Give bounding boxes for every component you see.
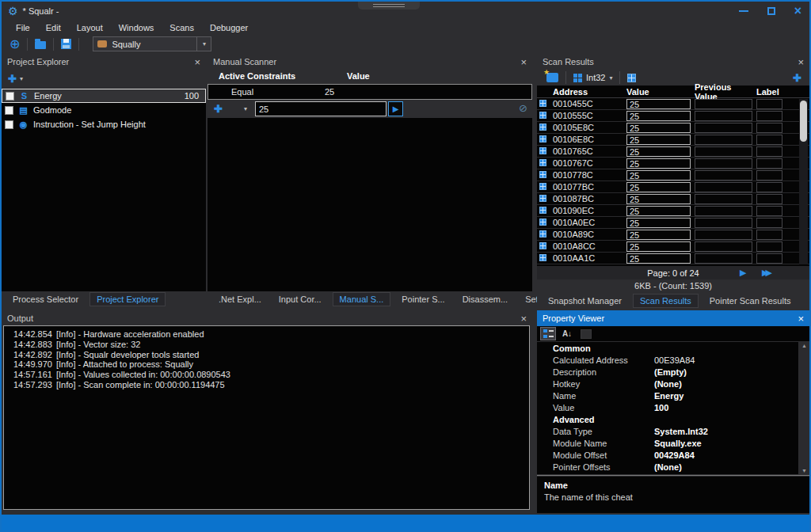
- scrollbar-thumb[interactable]: [800, 101, 807, 142]
- cell-value[interactable]: 25: [626, 194, 691, 204]
- cell-address[interactable]: 0010765C: [550, 146, 624, 156]
- close-icon[interactable]: ×: [194, 57, 200, 67]
- add-constraint-icon[interactable]: ✚: [214, 104, 223, 114]
- add-item-icon[interactable]: ✚: [8, 74, 17, 84]
- cell-address[interactable]: 0010555C: [550, 111, 624, 120]
- dock-tab[interactable]: Project Explorer: [89, 292, 166, 306]
- scroll-down-icon[interactable]: ▼: [801, 468, 807, 473]
- cell-value[interactable]: 25: [626, 218, 691, 228]
- project-item-row[interactable]: ◉ Instruction - Set Jump Height: [2, 117, 206, 131]
- table-row[interactable]: 001087BC 25: [537, 193, 809, 205]
- property-row[interactable]: Advanced: [537, 413, 798, 425]
- item-checkbox[interactable]: [5, 106, 13, 115]
- cell-previous-value[interactable]: [695, 230, 752, 240]
- property-value[interactable]: Energy: [654, 391, 683, 401]
- output-log[interactable]: 14:42.854 [Info] - Hardware acceleration…: [3, 325, 530, 510]
- cell-value[interactable]: 25: [626, 123, 691, 133]
- menu-item[interactable]: Scans: [162, 23, 202, 32]
- cell-previous-value[interactable]: [695, 194, 752, 204]
- cell-value[interactable]: 25: [626, 135, 691, 145]
- cell-label[interactable]: [756, 241, 782, 252]
- cell-address[interactable]: 0010778C: [550, 170, 624, 180]
- cell-label[interactable]: [756, 123, 782, 133]
- cell-previous-value[interactable]: [695, 206, 752, 216]
- start-scan-button[interactable]: ▶: [388, 101, 403, 116]
- property-value[interactable]: (Empty): [654, 367, 687, 377]
- property-row[interactable]: Pointer Offsets (None): [537, 461, 798, 473]
- cell-address[interactable]: 0010767C: [550, 158, 624, 168]
- cell-value[interactable]: 25: [626, 146, 691, 157]
- cell-address[interactable]: 001090EC: [550, 206, 624, 215]
- alphabetical-sort-button[interactable]: A↓: [559, 327, 575, 340]
- cell-previous-value[interactable]: [695, 135, 752, 145]
- cell-previous-value[interactable]: [695, 170, 752, 180]
- cell-label[interactable]: [756, 170, 782, 180]
- dock-tab[interactable]: Disassem...: [456, 293, 514, 306]
- maximize-icon[interactable]: [767, 7, 775, 15]
- property-row[interactable]: Module Offset 00429A84: [537, 449, 798, 461]
- cell-value[interactable]: 25: [626, 182, 691, 192]
- property-row[interactable]: Value 100: [537, 401, 798, 413]
- cell-label[interactable]: [756, 111, 782, 121]
- property-value[interactable]: 100: [654, 403, 668, 412]
- project-item-row[interactable]: ▤ Godmode: [2, 103, 206, 117]
- cell-label[interactable]: [756, 158, 782, 169]
- last-page-icon[interactable]: ▶▶: [762, 268, 769, 278]
- table-row[interactable]: 0010A8CC 25: [537, 241, 809, 253]
- cell-label[interactable]: [756, 182, 782, 192]
- cell-address[interactable]: 0010A89C: [550, 230, 624, 239]
- cell-address[interactable]: 0010AA1C: [550, 253, 624, 263]
- property-value[interactable]: 00E39A84: [654, 355, 695, 365]
- table-row[interactable]: 001090EC 25: [537, 205, 809, 217]
- minimize-icon[interactable]: [739, 10, 748, 12]
- table-row[interactable]: 0010555C 25: [537, 110, 809, 122]
- property-value[interactable]: (None): [654, 462, 682, 472]
- close-icon[interactable]: ×: [520, 57, 527, 67]
- dock-tab[interactable]: Pointer Scan Results: [703, 294, 798, 307]
- close-icon[interactable]: ×: [520, 314, 527, 324]
- cell-label[interactable]: [756, 218, 782, 228]
- cell-value[interactable]: 25: [626, 241, 691, 252]
- property-row[interactable]: Data Type System.Int32: [537, 425, 798, 437]
- table-row[interactable]: 00105E8C 25: [537, 122, 809, 134]
- close-icon[interactable]: ×: [798, 314, 804, 324]
- property-value[interactable]: System.Int32: [654, 427, 708, 436]
- cell-address[interactable]: 00106E8C: [550, 135, 624, 144]
- cell-previous-value[interactable]: [695, 182, 752, 192]
- scan-value-input[interactable]: [255, 101, 386, 116]
- data-type-label[interactable]: Int32: [586, 73, 605, 82]
- table-row[interactable]: 0010778C 25: [537, 169, 809, 181]
- window-drag-handle[interactable]: [358, 2, 420, 10]
- cell-address[interactable]: 0010A8CC: [550, 241, 624, 251]
- categorized-view-button[interactable]: [540, 327, 556, 340]
- chevron-down-icon[interactable]: ▾: [609, 74, 612, 82]
- menu-item[interactable]: Edit: [38, 23, 69, 32]
- item-checkbox[interactable]: [6, 92, 14, 101]
- close-icon[interactable]: ×: [794, 5, 801, 17]
- cell-previous-value[interactable]: [695, 123, 752, 133]
- cell-label[interactable]: [756, 146, 782, 157]
- property-value[interactable]: 00429A84: [654, 450, 695, 460]
- cell-value[interactable]: 25: [626, 230, 691, 240]
- cell-value[interactable]: 25: [626, 158, 691, 169]
- dock-tab[interactable]: Input Cor...: [272, 293, 328, 306]
- chevron-down-icon[interactable]: ▾: [196, 37, 211, 51]
- cell-previous-value[interactable]: [695, 218, 752, 228]
- chevron-down-icon[interactable]: ▾: [244, 105, 247, 112]
- cell-value[interactable]: 25: [626, 253, 691, 264]
- item-value[interactable]: 100: [185, 91, 205, 101]
- cell-previous-value[interactable]: [695, 241, 752, 252]
- property-row[interactable]: Description (Empty): [537, 366, 798, 378]
- property-value[interactable]: Squally.exe: [654, 439, 702, 448]
- dock-tab[interactable]: .Net Expl...: [212, 293, 268, 306]
- cell-previous-value[interactable]: [695, 158, 752, 169]
- table-row[interactable]: 00106E8C 25: [537, 134, 809, 146]
- cell-address[interactable]: 00105E8C: [550, 123, 624, 132]
- save-project-icon[interactable]: [61, 39, 71, 49]
- cell-previous-value[interactable]: [695, 253, 752, 264]
- column-address[interactable]: Address: [550, 87, 624, 97]
- new-scan-icon[interactable]: [546, 73, 558, 82]
- property-value[interactable]: (None): [654, 379, 682, 389]
- cell-label[interactable]: [756, 206, 782, 216]
- cell-label[interactable]: [756, 99, 782, 109]
